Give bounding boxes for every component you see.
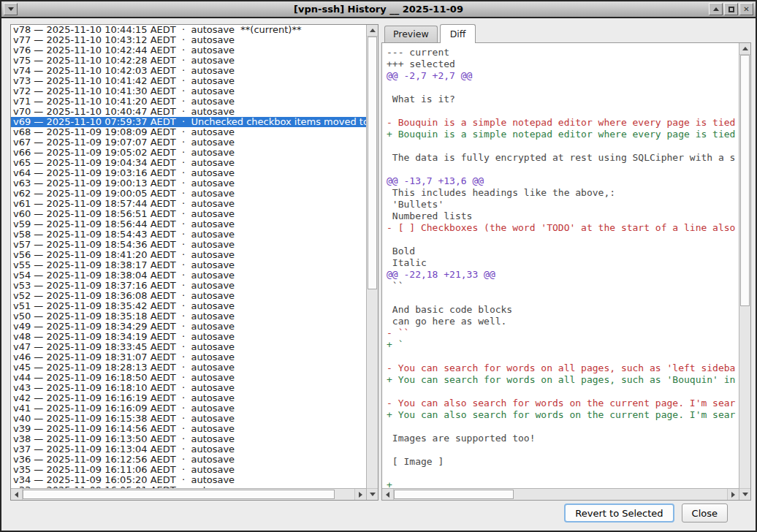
scroll-left-button[interactable] xyxy=(382,489,394,500)
version-row[interactable]: v36 — 2025-11-09 16:12:56 AEDT · autosav… xyxy=(13,455,366,465)
diff-line: - You can also search for words on the c… xyxy=(387,398,739,409)
window-menu-button[interactable] xyxy=(4,3,18,15)
version-row[interactable]: v42 — 2025-11-09 16:16:19 AEDT · autosav… xyxy=(13,393,366,403)
maximize-button[interactable] xyxy=(724,3,738,15)
version-row[interactable]: v50 — 2025-11-09 18:35:18 AEDT · autosav… xyxy=(13,311,366,322)
scroll-up-button[interactable] xyxy=(367,25,378,37)
scroll-right-button[interactable] xyxy=(727,489,739,500)
version-row[interactable]: v64 — 2025-11-09 19:03:16 AEDT · autosav… xyxy=(13,168,366,178)
version-row[interactable]: v43 — 2025-11-09 16:18:10 AEDT · autosav… xyxy=(13,383,366,393)
scroll-track[interactable] xyxy=(739,55,750,488)
scroll-down-button[interactable] xyxy=(367,488,378,500)
version-row[interactable]: v68 — 2025-11-09 19:08:09 AEDT · autosav… xyxy=(13,127,366,137)
diff-horizontal-scrollbar[interactable] xyxy=(382,488,739,500)
diff-line: `` xyxy=(387,281,739,292)
scroll-down-button[interactable] xyxy=(739,488,750,500)
version-listbox[interactable]: v78 — 2025-11-10 10:44:15 AEDT · autosav… xyxy=(11,25,366,488)
version-row[interactable]: v59 — 2025-11-09 18:56:44 AEDT · autosav… xyxy=(13,219,366,229)
diff-line xyxy=(387,164,739,175)
version-row[interactable]: v34 — 2025-11-09 16:05:20 AEDT · autosav… xyxy=(13,475,366,485)
diff-line xyxy=(387,468,739,479)
version-row[interactable]: v41 — 2025-11-09 16:16:09 AEDT · autosav… xyxy=(13,403,366,414)
diff-line: + ` xyxy=(387,339,739,351)
version-row[interactable]: v44 — 2025-11-09 16:18:50 AEDT · autosav… xyxy=(13,373,366,383)
version-row[interactable]: v35 — 2025-11-09 16:11:06 AEDT · autosav… xyxy=(13,465,366,475)
scrollbar-thumb[interactable] xyxy=(23,490,335,499)
version-row[interactable]: v62 — 2025-11-09 19:00:05 AEDT · autosav… xyxy=(13,189,366,199)
scroll-left-icon xyxy=(386,492,389,498)
version-row[interactable]: v73 — 2025-11-10 10:41:42 AEDT · autosav… xyxy=(13,76,366,86)
scroll-track[interactable] xyxy=(23,489,354,500)
version-row[interactable]: v66 — 2025-11-09 19:05:02 AEDT · autosav… xyxy=(13,148,366,158)
version-row[interactable]: v47 — 2025-11-09 18:33:45 AEDT · autosav… xyxy=(13,342,366,352)
scroll-up-button[interactable] xyxy=(739,43,750,55)
list-vertical-scrollbar[interactable] xyxy=(366,25,378,500)
version-row[interactable]: v70 — 2025-11-10 10:40:47 AEDT · autosav… xyxy=(13,107,366,117)
close-button[interactable]: Close xyxy=(682,503,728,522)
diff-line: - Bouquin is a simple notepad editor whe… xyxy=(387,117,739,129)
version-row[interactable]: v65 — 2025-11-09 19:04:34 AEDT · autosav… xyxy=(13,158,366,168)
version-row[interactable]: v61 — 2025-11-09 18:57:44 AEDT · autosav… xyxy=(13,199,366,209)
version-row[interactable]: v69 — 2025-11-10 07:59:37 AEDT · Uncheck… xyxy=(11,117,366,127)
scrollbar-thumb[interactable] xyxy=(740,55,750,306)
scroll-track[interactable] xyxy=(394,489,727,500)
version-row[interactable]: v58 — 2025-11-09 18:54:43 AEDT · autosav… xyxy=(13,229,366,240)
version-row[interactable]: v54 — 2025-11-09 18:38:04 AEDT · autosav… xyxy=(13,270,366,281)
version-row[interactable]: v53 — 2025-11-09 18:37:16 AEDT · autosav… xyxy=(13,281,366,291)
version-row[interactable]: v71 — 2025-11-10 10:41:20 AEDT · autosav… xyxy=(13,96,366,107)
scrollbar-thumb[interactable] xyxy=(368,37,377,289)
diff-line: - You can search for words on all pages,… xyxy=(387,362,739,374)
scrollbar-thumb[interactable] xyxy=(394,490,514,499)
tab-diff[interactable]: Diff xyxy=(440,24,476,43)
version-row[interactable]: v75 — 2025-11-10 10:42:28 AEDT · autosav… xyxy=(13,56,366,66)
tab-preview[interactable]: Preview xyxy=(384,26,438,42)
list-horizontal-scrollbar[interactable] xyxy=(11,488,366,500)
version-row[interactable]: v67 — 2025-11-09 19:07:07 AEDT · autosav… xyxy=(13,137,366,148)
scroll-right-button[interactable] xyxy=(354,489,366,500)
version-row[interactable]: v51 — 2025-11-09 18:35:42 AEDT · autosav… xyxy=(13,301,366,311)
scroll-left-button[interactable] xyxy=(11,489,23,500)
window-menu-icon xyxy=(8,7,14,11)
titlebar: [vpn-ssh] History __ 2025-11-09 ✕ xyxy=(1,1,756,18)
version-row[interactable]: v46 — 2025-11-09 18:31:07 AEDT · autosav… xyxy=(13,352,366,362)
version-row[interactable]: v78 — 2025-11-10 10:44:15 AEDT · autosav… xyxy=(13,25,366,35)
version-row[interactable]: v56 — 2025-11-09 18:41:20 AEDT · autosav… xyxy=(13,250,366,260)
version-row[interactable]: v74 — 2025-11-10 10:42:03 AEDT · autosav… xyxy=(13,66,366,76)
diff-vertical-scrollbar[interactable] xyxy=(739,43,750,500)
version-row[interactable]: v76 — 2025-11-10 10:42:44 AEDT · autosav… xyxy=(13,45,366,56)
shade-button[interactable] xyxy=(709,3,723,15)
version-row[interactable]: v38 — 2025-11-09 16:13:50 AEDT · autosav… xyxy=(13,434,366,444)
diff-line: @@ -2,7 +2,7 @@ xyxy=(387,70,739,82)
app-window: [vpn-ssh] History __ 2025-11-09 ✕ v78 — … xyxy=(0,0,757,532)
version-row[interactable]: v48 — 2025-11-09 18:34:19 AEDT · autosav… xyxy=(13,332,366,342)
window-title: [vpn-ssh] History __ 2025-11-09 xyxy=(1,4,756,15)
version-row[interactable]: v49 — 2025-11-09 18:34:29 AEDT · autosav… xyxy=(13,322,366,332)
diff-line xyxy=(387,292,739,304)
diff-line: - [ ] Checkboxes (the word 'TODO' at the… xyxy=(387,222,739,234)
diff-line xyxy=(387,105,739,117)
version-row[interactable]: v55 — 2025-11-09 18:38:17 AEDT · autosav… xyxy=(13,260,366,270)
diff-line xyxy=(387,444,739,456)
version-row[interactable]: v77 — 2025-11-10 10:43:12 AEDT · autosav… xyxy=(13,35,366,45)
diff-line: --- current xyxy=(387,47,739,58)
close-window-button[interactable]: ✕ xyxy=(739,3,753,15)
scroll-up-icon xyxy=(370,28,376,32)
version-row[interactable]: v52 — 2025-11-09 18:36:08 AEDT · autosav… xyxy=(13,291,366,301)
diff-line xyxy=(387,351,739,362)
scroll-down-icon xyxy=(370,493,376,496)
diff-line: The data is fully encrypted at rest usin… xyxy=(387,152,739,164)
version-row[interactable]: v72 — 2025-11-10 10:41:30 AEDT · autosav… xyxy=(13,86,366,96)
scroll-left-icon xyxy=(15,492,18,498)
version-row[interactable]: v37 — 2025-11-09 16:13:04 AEDT · autosav… xyxy=(13,444,366,455)
scroll-track[interactable] xyxy=(367,37,378,488)
version-row[interactable]: v63 — 2025-11-09 19:00:13 AEDT · autosav… xyxy=(13,178,366,189)
version-row[interactable]: v60 — 2025-11-09 18:56:51 AEDT · autosav… xyxy=(13,209,366,219)
diff-line: + You can also search for words on the c… xyxy=(387,409,739,421)
diff-text[interactable]: --- current+++ selected@@ -2,7 +2,7 @@ W… xyxy=(382,43,739,488)
version-row[interactable]: v57 — 2025-11-09 18:54:36 AEDT · autosav… xyxy=(13,240,366,250)
version-row[interactable]: v39 — 2025-11-09 16:14:56 AEDT · autosav… xyxy=(13,424,366,434)
version-row[interactable]: v45 — 2025-11-09 18:28:13 AEDT · autosav… xyxy=(13,362,366,373)
diff-line: And basic code blocks xyxy=(387,304,739,316)
version-row[interactable]: v40 — 2025-11-09 16:15:38 AEDT · autosav… xyxy=(13,414,366,424)
revert-to-selected-button[interactable]: Revert to Selected xyxy=(564,503,674,522)
